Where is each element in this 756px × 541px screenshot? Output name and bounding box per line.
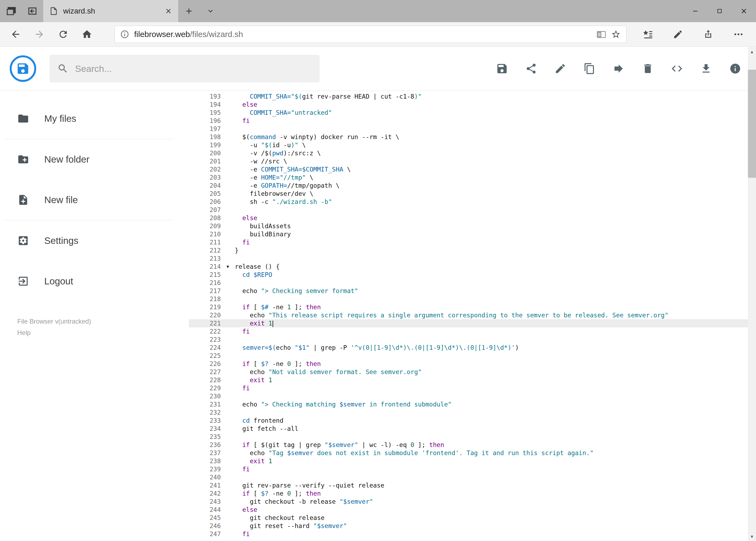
scrollbar-thumb[interactable]: [748, 70, 756, 178]
code-line[interactable]: 233 cd frontend: [189, 416, 756, 425]
delete-button[interactable]: [637, 58, 659, 80]
code-line[interactable]: 193 COMMIT_SHA="$(git rev-parse HEAD | c…: [189, 92, 756, 101]
download-button[interactable]: [695, 58, 717, 80]
code-line[interactable]: 214▾release () {: [189, 263, 756, 270]
code-line[interactable]: 196 fi: [189, 117, 756, 125]
code-line[interactable]: 209 buildAssets: [189, 222, 756, 230]
vertical-scrollbar[interactable]: ▲ ▼: [748, 47, 756, 541]
code-line[interactable]: 201 -w //src \: [189, 157, 756, 165]
fold-arrow-icon[interactable]: ▾: [221, 263, 235, 270]
scroll-up-button[interactable]: ▲: [748, 47, 756, 56]
code-line[interactable]: 205 filebrowser/dev \: [189, 190, 756, 198]
scrollbar-track[interactable]: [748, 56, 756, 532]
code-line[interactable]: 244 else: [189, 506, 756, 514]
browser-tab[interactable]: wizard.sh: [43, 0, 178, 22]
code-line[interactable]: 217 echo "> Checking semver format": [189, 287, 756, 295]
info-button[interactable]: [724, 58, 746, 80]
address-bar[interactable]: filebrowser.web/files/wizard.sh: [115, 26, 627, 43]
annotate-button[interactable]: [666, 24, 690, 45]
code-line[interactable]: 215 cd $REPO: [189, 270, 756, 279]
code-line[interactable]: 229 fi: [189, 384, 756, 392]
code-line[interactable]: 247 fi: [189, 530, 756, 538]
code-line[interactable]: 199 -u "$(id -u)" \: [189, 141, 756, 149]
code-line[interactable]: 222 fi: [189, 327, 756, 335]
sidebar-item-my-files[interactable]: My files: [0, 98, 189, 139]
code-line[interactable]: 241 git rev-parse --verify --quiet relea…: [189, 481, 756, 489]
code-line[interactable]: 227 echo "Not valid semver format. See s…: [189, 368, 756, 376]
close-window-button[interactable]: [732, 0, 756, 22]
code-line[interactable]: 235: [189, 433, 756, 441]
tabs-set-aside-button[interactable]: [0, 0, 22, 22]
code-line[interactable]: 216: [189, 279, 756, 287]
code-line[interactable]: 236 if [ $(git tag | grep "$semver" | wc…: [189, 441, 756, 449]
code-line[interactable]: 230: [189, 392, 756, 400]
code-line[interactable]: 239 fi: [189, 465, 756, 473]
search-input[interactable]: [75, 64, 312, 74]
favorite-star-button[interactable]: [611, 29, 621, 39]
code-line[interactable]: 208 else: [189, 214, 756, 222]
forward-button[interactable]: [28, 24, 51, 45]
filebrowser-logo[interactable]: [10, 55, 36, 82]
help-link[interactable]: Help: [17, 329, 31, 336]
code-line[interactable]: 200 -v /$(pwd):/src:z \: [189, 149, 756, 157]
code-line[interactable]: 195 COMMIT_SHA="untracked": [189, 109, 756, 117]
code-line[interactable]: 207: [189, 206, 756, 214]
home-button[interactable]: [76, 24, 98, 45]
code-line[interactable]: 212}: [189, 246, 756, 255]
code-line[interactable]: 243 git checkout -b release "$semver": [189, 497, 756, 506]
tab-list-button[interactable]: [200, 0, 221, 22]
share-page-button[interactable]: [696, 24, 720, 45]
sidebar-item-settings[interactable]: Settings: [0, 221, 189, 261]
code-line[interactable]: 210 buildBinary: [189, 230, 756, 238]
sidebar-item-logout[interactable]: Logout: [0, 261, 189, 301]
code-line[interactable]: 202 -e COMMIT_SHA=$COMMIT_SHA \: [189, 165, 756, 174]
share-button[interactable]: [520, 58, 542, 80]
code-line[interactable]: 246 git reset --hard "$semver": [189, 522, 756, 530]
code-line[interactable]: 225: [189, 352, 756, 360]
code-editor[interactable]: 193 COMMIT_SHA="$(git rev-parse HEAD | c…: [189, 91, 756, 541]
code-line[interactable]: 245 git checkout release: [189, 514, 756, 522]
code-line[interactable]: 228 exit 1: [189, 376, 756, 384]
code-line[interactable]: 242 if [ $? -ne 0 ]; then: [189, 489, 756, 497]
code-line[interactable]: 240: [189, 473, 756, 481]
search-box[interactable]: [50, 55, 320, 82]
code-line[interactable]: 237 echo "Tag $semver does not exist in …: [189, 449, 756, 457]
code-line[interactable]: 226 if [ $? -ne 0 ]; then: [189, 360, 756, 368]
code-line[interactable]: 220 echo "This release script requires a…: [189, 311, 756, 319]
code-line[interactable]: 211 fi: [189, 238, 756, 246]
code-line[interactable]: 206 sh -c "./wizard.sh -b": [189, 198, 756, 206]
tab-close-button[interactable]: [165, 7, 172, 15]
code-line[interactable]: 221 exit 1: [189, 319, 756, 327]
scroll-down-button[interactable]: ▼: [748, 532, 756, 541]
code-line[interactable]: 219 if [ $# -ne 1 ]; then: [189, 303, 756, 311]
minimize-button[interactable]: [683, 0, 707, 22]
more-options-button[interactable]: [726, 24, 751, 45]
url-text[interactable]: filebrowser.web/files/wizard.sh: [134, 30, 592, 39]
sidebar-item-new-file[interactable]: New file: [0, 180, 189, 220]
copy-button[interactable]: [579, 58, 601, 80]
site-info-icon[interactable]: [120, 30, 129, 39]
code-line[interactable]: 232: [189, 408, 756, 416]
code-line[interactable]: 194 else: [189, 101, 756, 109]
save-button[interactable]: [491, 58, 513, 80]
refresh-button[interactable]: [52, 24, 75, 45]
code-line[interactable]: 223: [189, 335, 756, 343]
source-code-button[interactable]: [666, 58, 688, 80]
code-line[interactable]: 204 -e GOPATH=//tmp/gopath \: [189, 182, 756, 190]
hub-button[interactable]: [635, 24, 660, 45]
reading-view-button[interactable]: [597, 29, 606, 39]
code-line[interactable]: 218: [189, 295, 756, 303]
set-tabs-aside-button[interactable]: [22, 0, 43, 22]
move-button[interactable]: [608, 58, 630, 80]
code-area[interactable]: 193 COMMIT_SHA="$(git rev-parse HEAD | c…: [189, 92, 756, 538]
code-line[interactable]: 213: [189, 255, 756, 263]
sidebar-item-new-folder[interactable]: New folder: [0, 139, 189, 180]
code-line[interactable]: 203 -e HOME="//tmp" \: [189, 174, 756, 182]
code-line[interactable]: 234 git fetch --all: [189, 425, 756, 433]
rename-button[interactable]: [549, 58, 571, 80]
code-line[interactable]: 198 $(command -v winpty) docker run --rm…: [189, 133, 756, 141]
code-line[interactable]: 238 exit 1: [189, 457, 756, 465]
maximize-button[interactable]: [707, 0, 732, 22]
code-line[interactable]: 224 semver=$(echo "$1" | grep -P '^v(0|[…: [189, 343, 756, 352]
code-line[interactable]: 231 echo "> Checking matching $semver in…: [189, 400, 756, 408]
